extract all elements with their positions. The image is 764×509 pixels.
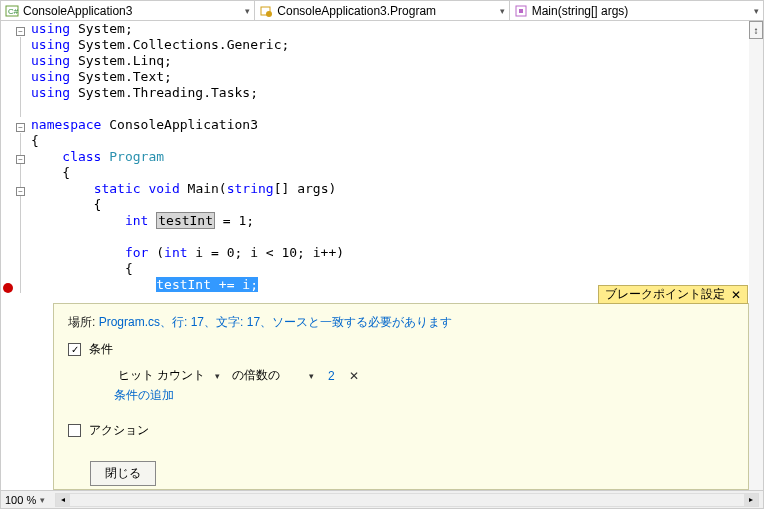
panel-title-bar: ブレークポイント設定 ✕ xyxy=(598,285,748,304)
condition-type-value: ヒット カウント xyxy=(118,367,205,384)
chevron-down-icon: ▾ xyxy=(754,6,759,16)
chevron-down-icon[interactable]: ▾ xyxy=(40,495,45,505)
nav-project[interactable]: C# ConsoleApplication3 ▾ xyxy=(1,1,255,20)
class-icon xyxy=(259,4,273,18)
breakpoint-settings-panel: ブレークポイント設定 ✕ 場所: Program.cs、行: 17、文字: 17… xyxy=(53,303,749,490)
location-text: 場所: Program.cs、行: 17、文字: 17、ソースと一致する必要があ… xyxy=(68,314,734,331)
method-icon xyxy=(514,4,528,18)
conditions-label: 条件 xyxy=(89,341,113,358)
condition-value[interactable]: 2 xyxy=(322,369,341,383)
location-label: 場所: xyxy=(68,315,99,329)
nav-project-label: ConsoleApplication3 xyxy=(23,4,132,18)
fold-toggle[interactable]: − xyxy=(16,27,25,36)
nav-method-label: Main(string[] args) xyxy=(532,4,629,18)
conditions-checkbox[interactable]: ✓ xyxy=(68,343,81,356)
svg-text:C#: C# xyxy=(8,7,19,16)
panel-title-text: ブレークポイント設定 xyxy=(605,286,725,303)
nav-bar: C# ConsoleApplication3 ▾ ConsoleApplicat… xyxy=(1,1,763,21)
condition-type-dropdown[interactable]: ヒット カウント ▾ xyxy=(114,366,224,385)
nav-class[interactable]: ConsoleApplication3.Program ▾ xyxy=(255,1,509,20)
horizontal-scrollbar[interactable]: ◂ ▸ xyxy=(55,493,759,507)
fold-column: − − − − xyxy=(15,21,27,491)
remove-condition-icon[interactable]: ✕ xyxy=(345,369,363,383)
svg-rect-5 xyxy=(519,9,523,13)
condition-operator-value: の倍数の xyxy=(232,367,280,384)
scroll-left-icon[interactable]: ◂ xyxy=(56,494,70,506)
chevron-down-icon: ▾ xyxy=(309,371,314,381)
breakpoint-gutter[interactable] xyxy=(1,21,15,491)
condition-operator-dropdown[interactable]: の倍数の ▾ xyxy=(228,366,318,385)
chevron-down-icon: ▾ xyxy=(245,6,250,16)
chevron-down-icon: ▾ xyxy=(500,6,505,16)
svg-point-3 xyxy=(266,11,272,17)
fold-toggle[interactable]: − xyxy=(16,123,25,132)
close-icon[interactable]: ✕ xyxy=(731,288,741,302)
scroll-right-icon[interactable]: ▸ xyxy=(744,494,758,506)
actions-checkbox[interactable] xyxy=(68,424,81,437)
csharp-icon: C# xyxy=(5,4,19,18)
actions-label: アクション xyxy=(89,422,149,439)
location-detail[interactable]: Program.cs、行: 17、文字: 17、ソースと一致する必要があります xyxy=(99,315,452,329)
nav-method[interactable]: Main(string[] args) ▾ xyxy=(510,1,763,20)
close-button[interactable]: 閉じる xyxy=(90,461,156,486)
fold-toggle[interactable]: − xyxy=(16,155,25,164)
zoom-level[interactable]: 100 % xyxy=(5,494,36,506)
chevron-down-icon: ▾ xyxy=(215,371,220,381)
fold-toggle[interactable]: − xyxy=(16,187,25,196)
nav-class-label: ConsoleApplication3.Program xyxy=(277,4,436,18)
add-condition-link[interactable]: 条件の追加 xyxy=(114,387,174,404)
vertical-scrollbar[interactable] xyxy=(749,39,763,490)
breakpoint-icon[interactable] xyxy=(3,283,13,293)
status-bar: 100 % ▾ ◂ ▸ xyxy=(1,490,763,508)
